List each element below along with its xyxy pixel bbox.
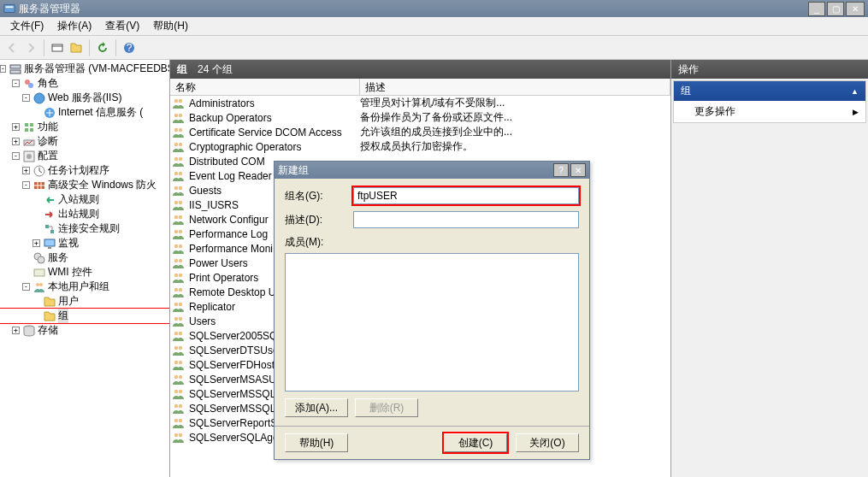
svg-point-54 <box>179 258 182 262</box>
dialog-help-btn[interactable]: 帮助(H) <box>285 433 348 452</box>
app-icon <box>3 3 15 15</box>
expand-toggle[interactable]: - <box>22 283 30 291</box>
group-icon <box>172 213 186 227</box>
svg-rect-27 <box>34 269 44 276</box>
config-icon <box>22 150 36 163</box>
menu-action[interactable]: 操作(A) <box>50 17 98 35</box>
tree-firewall[interactable]: 高级安全 Windows 防火 <box>48 178 156 192</box>
web-icon <box>32 91 46 105</box>
group-icon <box>172 358 186 372</box>
tree-monitor[interactable]: 监视 <box>58 236 79 250</box>
menu-help[interactable]: 帮助(H) <box>146 17 195 35</box>
expand-toggle[interactable]: + <box>12 123 20 131</box>
svg-point-51 <box>174 244 178 247</box>
tree-roles[interactable]: 角色 <box>38 76 58 91</box>
svg-point-60 <box>179 302 182 305</box>
dialog-help-button[interactable]: ? <box>553 163 569 177</box>
svg-point-34 <box>179 113 182 116</box>
tree-localusers[interactable]: 本地用户和组 <box>48 280 109 294</box>
column-desc[interactable]: 描述 <box>360 79 670 95</box>
svg-point-71 <box>174 389 178 392</box>
toolbar-action-button[interactable] <box>49 39 66 56</box>
svg-point-55 <box>174 273 178 276</box>
expand-toggle[interactable]: - <box>22 94 30 102</box>
remove-member-button[interactable]: 删除(R) <box>355 398 418 417</box>
members-listbox[interactable] <box>285 253 579 392</box>
expand-toggle[interactable]: + <box>32 239 40 247</box>
tree-diag[interactable]: 诊断 <box>38 134 58 149</box>
window-title: 服务器管理器 <box>19 2 80 16</box>
group-desc-input[interactable] <box>353 211 579 228</box>
group-row[interactable]: Backup Operators备份操作员为了备份或还原文件... <box>170 110 670 125</box>
svg-point-53 <box>174 258 178 262</box>
actions-group-header[interactable]: 组 ▲ <box>674 81 865 101</box>
actions-group-label: 组 <box>681 84 691 98</box>
expand-toggle[interactable]: + <box>12 327 20 334</box>
toolbar-help-button[interactable]: ? <box>121 39 138 56</box>
tree-outbound[interactable]: 出站规则 <box>58 207 99 221</box>
svg-rect-13 <box>30 123 33 127</box>
create-button[interactable]: 创建(C) <box>444 433 507 452</box>
tree-iis[interactable]: Internet 信息服务 ( <box>58 105 143 120</box>
menu-file[interactable]: 文件(F) <box>3 17 50 35</box>
column-headers[interactable]: 名称 描述 <box>170 79 670 96</box>
svg-point-66 <box>179 345 182 349</box>
dialog-close-button[interactable]: ✕ <box>570 163 586 177</box>
tree-groups[interactable]: 组 <box>58 309 68 323</box>
group-row[interactable]: Administrators管理员对计算机/域有不受限制... <box>170 96 670 110</box>
content-count: 24 个组 <box>198 62 233 77</box>
svg-point-18 <box>27 154 32 159</box>
tree-root[interactable]: 服务器管理器 (VM-MACFEEDBSJ) <box>24 62 170 76</box>
close-button2[interactable]: 关闭(O) <box>516 433 579 452</box>
tree-config[interactable]: 配置 <box>38 149 58 163</box>
expand-toggle[interactable]: + <box>22 167 30 174</box>
nav-back-button[interactable] <box>3 39 21 56</box>
expand-toggle[interactable]: - <box>12 152 20 160</box>
expand-toggle[interactable]: + <box>12 138 20 145</box>
svg-point-42 <box>179 171 182 174</box>
tree-storage[interactable]: 存储 <box>38 323 58 338</box>
group-icon <box>172 242 186 256</box>
tree-connsec[interactable]: 连接安全规则 <box>58 221 120 236</box>
svg-point-58 <box>179 287 182 291</box>
add-member-button[interactable]: 添加(A)... <box>285 398 348 417</box>
nav-forward-button[interactable] <box>22 39 39 56</box>
maximize-button[interactable]: ▢ <box>827 2 844 16</box>
expand-toggle[interactable]: - <box>12 80 20 87</box>
expand-toggle[interactable]: - <box>0 65 6 73</box>
svg-point-46 <box>179 200 182 203</box>
column-name[interactable]: 名称 <box>170 79 360 95</box>
toolbar-folder-button[interactable] <box>68 39 85 56</box>
tree-inbound[interactable]: 入站规则 <box>58 192 99 207</box>
svg-point-32 <box>179 98 182 102</box>
svg-rect-7 <box>10 70 21 74</box>
group-row[interactable]: Cryptographic Operators授权成员执行加密操作。 <box>170 139 670 154</box>
firewall-icon <box>32 179 46 192</box>
minimize-button[interactable]: _ <box>808 2 825 16</box>
group-row[interactable]: Certificate Service DCOM Access允许该组的成员连接… <box>170 125 670 139</box>
tree-web[interactable]: Web 服务器(IIS) <box>48 91 121 105</box>
svg-rect-14 <box>25 128 28 132</box>
tree-tasksched[interactable]: 任务计划程序 <box>48 163 109 178</box>
actions-more[interactable]: 更多操作 ▶ <box>674 101 865 122</box>
tree-users[interactable]: 用户 <box>58 294 79 309</box>
wmi-icon <box>32 266 46 280</box>
toolbar-refresh-button[interactable] <box>94 39 111 56</box>
svg-point-45 <box>174 200 178 203</box>
svg-rect-1 <box>6 6 14 8</box>
tree-features[interactable]: 功能 <box>38 120 58 134</box>
expand-toggle[interactable]: - <box>22 181 30 189</box>
group-icon <box>172 315 186 328</box>
svg-point-29 <box>39 283 43 286</box>
menu-view[interactable]: 查看(V) <box>98 17 146 35</box>
svg-point-76 <box>179 418 182 421</box>
tree-wmi[interactable]: WMI 控件 <box>48 265 92 280</box>
submenu-icon: ▶ <box>853 108 859 116</box>
navigation-tree[interactable]: -服务器管理器 (VM-MACFEEDBSJ) -角色 -Web 服务器(IIS… <box>0 60 170 477</box>
svg-point-75 <box>174 418 178 421</box>
svg-point-59 <box>174 302 178 305</box>
tree-services[interactable]: 服务 <box>48 250 68 265</box>
close-button[interactable]: ✕ <box>846 2 865 16</box>
new-group-dialog: 新建组 ? ✕ 组名(G): 描述(D): 成员(M): 添加(A)... 删除… <box>274 161 590 460</box>
group-name-input[interactable] <box>353 187 579 204</box>
